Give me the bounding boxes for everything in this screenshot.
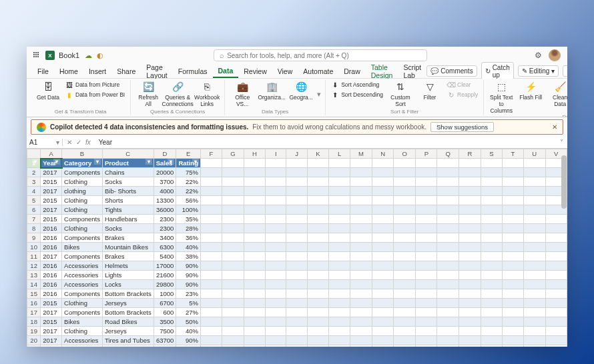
cell[interactable] [394, 252, 416, 261]
workbook-links-button[interactable]: ⎘Workbook Links [194, 80, 220, 107]
cell[interactable]: 2015 [41, 317, 62, 327]
cell[interactable]: Socks [102, 177, 154, 187]
cell[interactable] [286, 317, 308, 327]
cell[interactable] [329, 187, 350, 196]
cell[interactable]: 100% [176, 205, 201, 215]
cell[interactable]: 2016 [41, 271, 62, 280]
cell[interactable] [481, 261, 502, 271]
cell[interactable]: Shorts [102, 196, 154, 205]
cell[interactable]: 40% [176, 327, 201, 336]
cell[interactable] [416, 280, 437, 289]
cell[interactable]: Bottom Brackets [102, 289, 154, 299]
cell[interactable] [222, 299, 244, 308]
cell[interactable]: 28% [176, 224, 201, 233]
cell[interactable] [222, 317, 244, 327]
cell[interactable] [286, 271, 308, 280]
cell[interactable] [416, 168, 437, 177]
cell[interactable]: 2017 [41, 327, 62, 336]
cell[interactable] [286, 159, 308, 168]
cell[interactable] [524, 177, 546, 187]
cell[interactable] [524, 289, 546, 299]
settings-icon[interactable]: ⚙ [535, 51, 542, 60]
cell[interactable]: 2016 [41, 243, 62, 252]
cell[interactable] [502, 345, 523, 347]
cell[interactable]: Components [62, 168, 103, 177]
cell[interactable] [416, 187, 437, 196]
cell[interactable] [329, 159, 350, 168]
cell[interactable]: 4000 [154, 187, 176, 196]
cell[interactable] [200, 327, 222, 336]
cell[interactable] [350, 299, 372, 308]
cell[interactable] [524, 243, 546, 252]
search-box[interactable]: ⌕ [214, 49, 427, 61]
cell[interactable] [244, 187, 266, 196]
cell[interactable]: 2015 [41, 299, 62, 308]
cell[interactable] [222, 308, 244, 317]
cell[interactable] [307, 243, 328, 252]
cell[interactable] [416, 289, 437, 299]
cell[interactable] [266, 159, 286, 168]
cell[interactable] [394, 215, 416, 224]
cell[interactable] [200, 252, 222, 261]
cell[interactable]: 2300 [154, 224, 176, 233]
cell[interactable] [244, 215, 266, 224]
cancel-formula-icon[interactable]: ✕ [67, 139, 72, 146]
cell[interactable] [437, 243, 459, 252]
cell[interactable] [394, 327, 416, 336]
cell[interactable] [459, 327, 481, 336]
cell[interactable] [329, 336, 350, 345]
cell[interactable] [266, 317, 286, 327]
cell[interactable] [524, 299, 546, 308]
cell[interactable] [307, 299, 328, 308]
cell[interactable] [350, 327, 372, 336]
cell[interactable] [502, 233, 523, 243]
column-header[interactable]: G [222, 149, 244, 159]
cell[interactable] [350, 233, 372, 243]
cell[interactable] [200, 317, 222, 327]
cell[interactable] [286, 345, 308, 347]
cell[interactable] [244, 280, 266, 289]
cell[interactable] [437, 271, 459, 280]
cell[interactable] [307, 327, 328, 336]
cell[interactable] [222, 159, 244, 168]
cell[interactable] [200, 205, 222, 215]
cell[interactable] [394, 187, 416, 196]
cell[interactable]: Locks [102, 280, 154, 289]
tab-table-design[interactable]: Table Design [366, 61, 398, 81]
cell[interactable] [524, 308, 546, 317]
row-header[interactable]: 5 [27, 196, 41, 205]
tab-review[interactable]: Review [238, 65, 272, 77]
cell[interactable] [459, 289, 481, 299]
cell[interactable] [372, 299, 394, 308]
cell[interactable]: Bikes [62, 345, 103, 347]
cell[interactable] [394, 177, 416, 187]
cell[interactable] [459, 177, 481, 187]
cell[interactable] [524, 261, 546, 271]
column-header[interactable]: O [394, 149, 416, 159]
cell[interactable]: Components [62, 308, 103, 317]
cell[interactable] [244, 233, 266, 243]
cell[interactable] [286, 336, 308, 345]
cell[interactable] [350, 252, 372, 261]
cell[interactable] [266, 196, 286, 205]
cell[interactable]: 7500 [154, 327, 176, 336]
cell[interactable]: 2017 [41, 252, 62, 261]
clear-filter-button[interactable]: ⌫Clear [446, 80, 479, 89]
cell[interactable] [266, 299, 286, 308]
cell[interactable]: 2015 [41, 215, 62, 224]
cell[interactable]: 600 [154, 308, 176, 317]
office-vs-button[interactable]: 💼Office VS... [229, 80, 256, 107]
cell[interactable]: 60% [176, 345, 201, 347]
cell[interactable]: 6300 [154, 243, 176, 252]
cell[interactable] [502, 299, 523, 308]
expand-formula-bar-icon[interactable]: ˅ [556, 139, 567, 146]
cell[interactable] [307, 159, 328, 168]
cell[interactable]: 90% [176, 280, 201, 289]
cell[interactable] [437, 289, 459, 299]
cell[interactable] [266, 327, 286, 336]
cell[interactable]: Clothing [62, 205, 103, 215]
cell[interactable] [200, 233, 222, 243]
cell[interactable] [350, 215, 372, 224]
cell[interactable] [459, 233, 481, 243]
cell[interactable] [286, 224, 308, 233]
